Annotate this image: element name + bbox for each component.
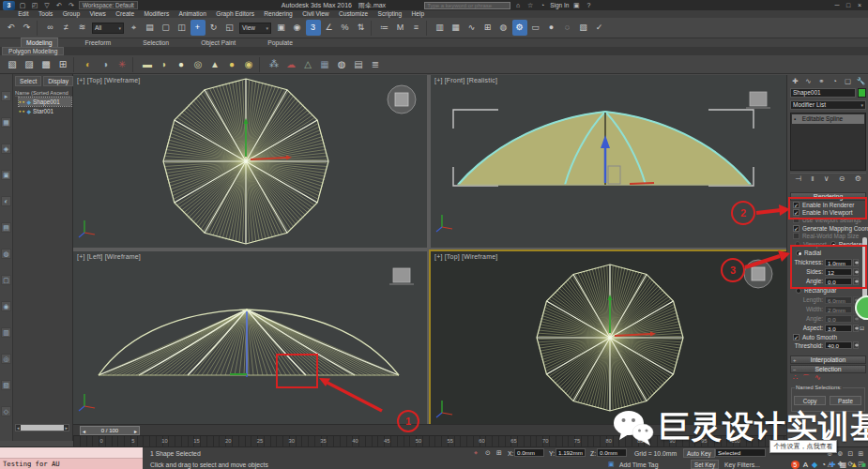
time-slider[interactable]: ◂ 0 / 100 ▸	[73, 424, 786, 435]
select-manipulate-icon[interactable]: ◉	[290, 20, 305, 36]
spin-down-icon[interactable]	[855, 318, 859, 321]
left-strip-icon[interactable]: ▢	[1, 275, 11, 285]
radio-viewport[interactable]: Viewport	[793, 239, 827, 249]
param-field[interactable]: 0.0	[825, 315, 852, 323]
geometry-cone-icon[interactable]: ▲	[207, 57, 223, 72]
unlink-icon[interactable]: ≠	[59, 20, 74, 36]
minimize-button[interactable]: ─	[831, 1, 843, 9]
new-icon[interactable]: ▢	[18, 1, 27, 9]
geometry-ring-icon[interactable]: ◉	[241, 57, 257, 72]
tab-display[interactable]: Display	[43, 76, 73, 86]
selection-filter-dropdown[interactable]: All▾	[92, 23, 124, 34]
polygon-edge-icon[interactable]: ▨	[22, 57, 38, 72]
maximize-button[interactable]: □	[843, 1, 854, 9]
copy-button[interactable]: Copy	[794, 396, 826, 405]
spinner-icon[interactable]	[853, 325, 859, 332]
y-field[interactable]: 1.192mm	[556, 448, 586, 457]
vertex-subobject-icon[interactable]: ∴	[793, 373, 798, 384]
rect-region-icon[interactable]: ▢	[159, 20, 174, 36]
checkbox-enable-in-viewport[interactable]: ✓Enable In Viewport	[790, 208, 866, 216]
graphite-toggle-icon[interactable]: ▦	[449, 20, 464, 36]
star-icon[interactable]: ☆	[525, 1, 535, 9]
viewport-top[interactable]: [+] [Top] [Wireframe]	[73, 75, 427, 248]
spinner-icon[interactable]	[853, 278, 859, 285]
selected-dropdown[interactable]: Selected	[715, 448, 766, 457]
stack-item-editable-spline[interactable]: ▪ Editable Spline	[792, 114, 864, 124]
param-field[interactable]: 12	[825, 268, 852, 276]
render-production-icon[interactable]: ●	[544, 20, 559, 36]
geometry-ball-icon[interactable]: ●	[224, 57, 240, 72]
close-button[interactable]: ×	[854, 1, 865, 9]
menu-help[interactable]: Help	[406, 10, 429, 18]
modifier-a-icon[interactable]: ◐	[81, 57, 97, 72]
ref-coord-dropdown[interactable]: View▾	[239, 23, 271, 34]
checkbox-generate-mapping-coords[interactable]: ✓Generate Mapping Coords.	[790, 224, 866, 232]
pin-tray-icon[interactable]: ▲	[850, 461, 858, 469]
menu-modifiers[interactable]: Modifiers	[139, 10, 174, 18]
plus-tray-icon[interactable]: ✚	[830, 461, 836, 469]
maxscript-listener-text[interactable]: Testing for AU	[0, 459, 143, 469]
open-icon[interactable]: ◰	[30, 1, 39, 9]
explorer-hscrollbar[interactable]: ◂ ▸	[15, 424, 69, 431]
sogou-tray-icon[interactable]: 5	[791, 461, 799, 469]
spinner-icon[interactable]	[853, 268, 859, 276]
remove-modifier-icon[interactable]: ⊖	[839, 174, 845, 183]
tab-object-paint[interactable]: Object Paint	[196, 38, 240, 47]
explorer-header[interactable]: Name (Sorted Ascend	[15, 90, 70, 97]
tab-modeling[interactable]: Modeling	[21, 38, 58, 47]
panel-tab-hierarchy[interactable]: ⚭	[815, 76, 828, 86]
polygon-vertex-icon[interactable]: ▧	[5, 57, 21, 72]
select-by-name-icon[interactable]: ▤	[143, 20, 158, 36]
left-strip-icon[interactable]: ▧	[1, 380, 11, 390]
tab-populate[interactable]: Populate	[263, 38, 297, 47]
spline-subobject-icon[interactable]: ∿	[815, 373, 821, 384]
sign-in-link[interactable]: Sign In	[550, 2, 569, 8]
menu-group[interactable]: Group	[58, 10, 85, 18]
select-link-icon[interactable]: ∞	[43, 20, 58, 36]
spin-down-icon[interactable]	[855, 344, 859, 347]
geometry-slab-icon[interactable]: ▬	[140, 57, 156, 72]
menu-scripting[interactable]: Scripting	[373, 10, 406, 18]
frame-back-icon[interactable]: ◂	[83, 428, 85, 434]
layer-manager-icon[interactable]: ▥	[433, 20, 448, 36]
modifier-list-dropdown[interactable]: Modifier List▾	[790, 100, 866, 110]
isolate-selection-icon[interactable]: ⌖	[474, 449, 478, 457]
tab-select[interactable]: Select	[15, 76, 41, 86]
rollout-rendering[interactable]: − Rendering	[790, 192, 866, 201]
param-field[interactable]: 1.0mm	[825, 259, 852, 266]
geometry-halfdome-icon[interactable]: ◗	[157, 57, 173, 72]
configure-icon[interactable]: ⚙	[855, 174, 861, 183]
percent-snap-icon[interactable]: %	[338, 20, 353, 36]
search-input[interactable]	[424, 2, 510, 9]
viewport-left[interactable]: [+] [Left] [Wireframe]	[73, 251, 427, 427]
help-icon[interactable]: ?	[584, 1, 593, 9]
tab-freeform[interactable]: Freeform	[81, 38, 116, 47]
angle-snap-icon[interactable]: ∠	[322, 20, 337, 36]
spin-down-icon[interactable]	[855, 262, 859, 265]
zoom-extents-icon[interactable]: ⊡	[845, 448, 856, 459]
absolute-mode-icon[interactable]: ⊞	[496, 449, 502, 457]
checkbox-auto-smooth[interactable]: ✓Auto Smooth	[790, 333, 866, 340]
param-field[interactable]: 3.0	[825, 325, 852, 332]
viewport-top-active[interactable]: [+] [Top] [Wireframe]	[431, 251, 786, 427]
time-tag-icon[interactable]: ▣	[608, 461, 615, 468]
explorer-item-star001[interactable]: ●●◆Star001	[19, 107, 71, 115]
viewport-top-active-label[interactable]: [+] [Top] [Wireframe]	[434, 253, 497, 260]
explorer-item-shape001[interactable]: ●●◆Shape001	[19, 98, 71, 106]
curve-editor-icon[interactable]: ∿	[464, 20, 480, 36]
left-strip-icon[interactable]: ◉	[1, 301, 11, 311]
panel-tab-utilities[interactable]: 🔧	[855, 76, 867, 86]
param-field[interactable]: 6.0mm	[825, 296, 852, 304]
redo-icon[interactable]: ↷	[20, 20, 35, 36]
list-icon[interactable]: ▤	[351, 57, 367, 72]
left-strip-icon[interactable]: ◐	[1, 196, 11, 206]
edit-named-selections-icon[interactable]: ≔	[377, 20, 392, 36]
material-editor-icon[interactable]: ◍	[496, 20, 511, 36]
select-move-icon[interactable]: +	[190, 20, 206, 36]
snap-toggle-icon[interactable]: 3	[306, 20, 321, 36]
spinner-icon[interactable]	[853, 341, 859, 349]
cursor-tray-icon[interactable]: ◆	[812, 461, 817, 469]
auto-key-button[interactable]: Auto Key	[683, 448, 715, 458]
save-icon[interactable]: ▽	[42, 1, 52, 9]
left-strip-icon[interactable]: ▦	[1, 117, 11, 128]
